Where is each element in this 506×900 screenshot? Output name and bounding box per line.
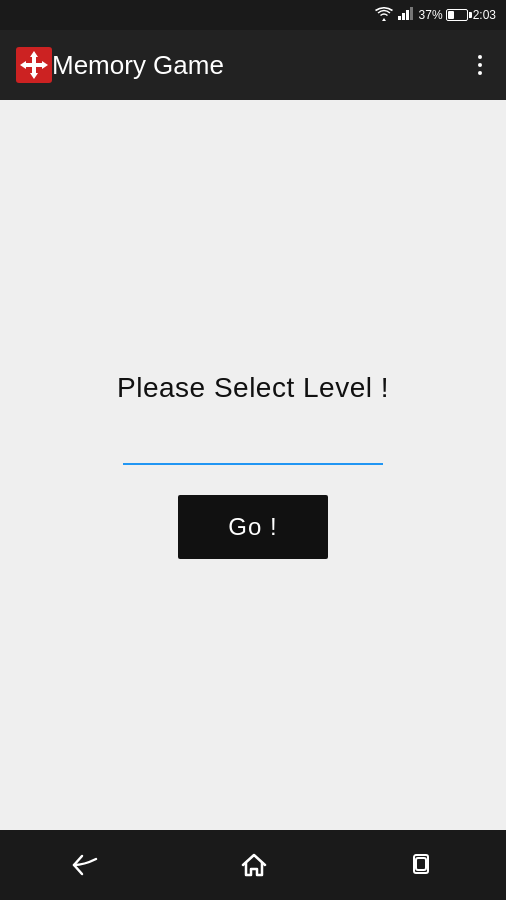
back-icon — [72, 854, 98, 876]
nav-bar — [0, 830, 506, 900]
home-button[interactable] — [221, 842, 287, 888]
battery-icon — [446, 9, 468, 21]
level-input[interactable] — [123, 434, 383, 465]
svg-rect-7 — [416, 858, 426, 870]
app-logo-icon — [16, 47, 52, 83]
signal-icon — [398, 6, 414, 24]
overflow-dot-3 — [478, 71, 482, 75]
recents-icon — [410, 853, 434, 877]
wifi-icon — [375, 7, 393, 24]
select-level-prompt: Please Select Level ! — [117, 372, 389, 404]
battery-indicator: 37% — [419, 8, 468, 22]
svg-rect-3 — [410, 7, 413, 20]
recents-button[interactable] — [390, 843, 454, 887]
status-icons: 37% 2:03 — [375, 6, 496, 24]
main-content: Please Select Level ! Go ! — [0, 100, 506, 830]
overflow-dot-2 — [478, 63, 482, 67]
status-time: 2:03 — [473, 8, 496, 22]
svg-rect-2 — [406, 10, 409, 20]
home-icon — [241, 852, 267, 878]
svg-rect-0 — [398, 16, 401, 20]
level-input-container — [123, 434, 383, 465]
app-toolbar: Memory Game — [0, 30, 506, 100]
app-title: Memory Game — [52, 50, 470, 81]
status-bar: 37% 2:03 — [0, 0, 506, 30]
go-button[interactable]: Go ! — [178, 495, 327, 559]
overflow-dot-1 — [478, 55, 482, 59]
battery-percent: 37% — [419, 8, 443, 22]
overflow-menu-button[interactable] — [470, 47, 490, 83]
back-button[interactable] — [52, 844, 118, 886]
svg-rect-1 — [402, 13, 405, 20]
